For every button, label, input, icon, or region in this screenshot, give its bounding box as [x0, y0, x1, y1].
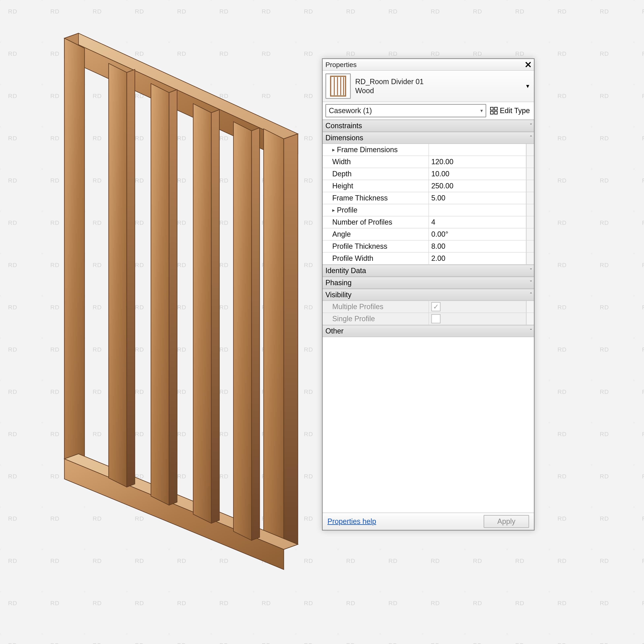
row-depth[interactable]: Depth 10.00 — [323, 168, 534, 180]
svg-rect-24 — [490, 111, 493, 114]
associate-button[interactable] — [526, 313, 534, 325]
param-value[interactable]: 0.00° — [429, 228, 526, 240]
row-profile[interactable]: Profile — [323, 204, 534, 216]
group-label: Identity Data — [325, 266, 366, 275]
param-value[interactable]: 8.00 — [429, 240, 526, 252]
checkbox-checked-icon: ✓ — [431, 302, 441, 311]
svg-rect-25 — [494, 111, 497, 114]
associate-button[interactable] — [526, 228, 534, 240]
category-filter-combo[interactable]: Casework (1) ▾ — [325, 104, 486, 117]
param-label: Multiple Profiles — [323, 301, 429, 313]
associate-button[interactable] — [526, 168, 534, 180]
group-phasing[interactable]: Phasing ˇ — [323, 277, 534, 289]
edit-type-label: Edit Type — [500, 106, 530, 115]
associate-button[interactable] — [526, 204, 534, 216]
svg-marker-16 — [252, 128, 260, 540]
group-dimensions[interactable]: Dimensions ˆ — [323, 132, 534, 144]
group-visibility[interactable]: Visibility ˆ — [323, 289, 534, 301]
family-thumbnail — [325, 73, 351, 99]
param-value[interactable]: 120.00 — [429, 156, 526, 168]
param-label: Profile Width — [323, 253, 429, 264]
svg-rect-22 — [490, 107, 493, 110]
type-selector-row[interactable]: RD_Room Divider 01 Wood ▼ — [323, 71, 534, 102]
group-label: Dimensions — [325, 134, 363, 142]
param-label: Width — [323, 156, 429, 168]
edit-type-button[interactable]: Edit Type — [489, 105, 531, 116]
properties-list: Constraints ˇ Dimensions ˆ Frame Dimensi… — [323, 120, 534, 513]
param-value — [429, 204, 526, 216]
group-identity-data[interactable]: Identity Data ˇ — [323, 265, 534, 277]
edit-type-icon — [490, 107, 498, 115]
param-label: Single Profile — [323, 313, 429, 325]
expand-collapse-icon: ˆ — [530, 292, 532, 298]
svg-marker-8 — [64, 454, 298, 549]
close-icon[interactable]: ✕ — [524, 60, 532, 69]
expand-collapse-icon: ˇ — [530, 328, 532, 334]
group-label: Constraints — [325, 122, 362, 130]
associate-button[interactable] — [526, 180, 534, 192]
expand-collapse-icon: ˇ — [530, 123, 532, 129]
associate-button[interactable] — [526, 301, 534, 313]
param-label: Angle — [323, 228, 429, 240]
param-label: Profile Thickness — [323, 240, 429, 252]
row-single-profile: Single Profile — [323, 313, 534, 325]
svg-marker-4 — [64, 38, 85, 469]
row-angle[interactable]: Angle 0.00° — [323, 228, 534, 240]
room-divider-model — [22, 10, 304, 584]
row-frame-dimensions[interactable]: Frame Dimensions — [323, 144, 534, 156]
properties-help-link[interactable]: Properties help — [327, 517, 376, 526]
param-value[interactable]: 250.00 — [429, 180, 526, 192]
associate-button[interactable] — [526, 156, 534, 168]
type-name: Wood — [355, 86, 521, 95]
expand-collapse-icon: ˆ — [530, 135, 532, 141]
model-viewport[interactable] — [22, 10, 304, 574]
param-value — [429, 313, 526, 325]
param-value[interactable]: 5.00 — [429, 192, 526, 204]
row-profile-width[interactable]: Profile Width 2.00 — [323, 253, 534, 265]
svg-marker-11 — [151, 84, 169, 505]
svg-marker-15 — [233, 122, 252, 540]
svg-marker-0 — [64, 33, 298, 139]
row-profile-thickness[interactable]: Profile Thickness 8.00 — [323, 240, 534, 253]
associate-button[interactable] — [526, 144, 534, 156]
group-constraints[interactable]: Constraints ˇ — [323, 120, 534, 132]
row-width[interactable]: Width 120.00 — [323, 156, 534, 168]
svg-marker-13 — [193, 104, 211, 523]
svg-marker-14 — [211, 110, 219, 523]
family-type-text: RD_Room Divider 01 Wood — [355, 77, 521, 95]
param-value[interactable]: 10.00 — [429, 168, 526, 180]
associate-button[interactable] — [526, 216, 534, 228]
svg-marker-10 — [127, 69, 135, 487]
param-label: Height — [323, 180, 429, 192]
svg-marker-5 — [264, 129, 284, 549]
expand-collapse-icon: ˇ — [530, 267, 532, 274]
group-label: Phasing — [325, 279, 352, 287]
chevron-down-icon[interactable]: ▼ — [525, 83, 530, 89]
param-value: ✓ — [429, 301, 526, 313]
param-value[interactable]: 2.00 — [429, 253, 526, 264]
apply-button[interactable]: Apply — [484, 515, 529, 528]
row-height[interactable]: Height 250.00 — [323, 180, 534, 192]
properties-title: Properties — [325, 61, 357, 69]
associate-button[interactable] — [526, 240, 534, 252]
chevron-down-icon: ▾ — [480, 108, 483, 114]
svg-marker-12 — [169, 90, 177, 505]
svg-marker-6 — [284, 134, 298, 549]
row-frame-thickness[interactable]: Frame Thickness 5.00 — [323, 192, 534, 204]
category-filter-text: Casework (1) — [329, 106, 372, 115]
param-value[interactable]: 4 — [429, 216, 526, 228]
row-multiple-profiles: Multiple Profiles ✓ — [323, 301, 534, 313]
row-num-profiles[interactable]: Number of Profiles 4 — [323, 216, 534, 228]
group-label: Other — [325, 327, 344, 335]
svg-marker-9 — [109, 63, 127, 487]
group-other[interactable]: Other ˇ — [323, 325, 534, 337]
associate-button[interactable] — [526, 253, 534, 264]
associate-button[interactable] — [526, 192, 534, 204]
group-label: Visibility — [325, 291, 351, 299]
param-label: Frame Dimensions — [323, 144, 429, 156]
properties-panel: Properties ✕ RD_Room Divider 01 Wood ▼ C… — [322, 58, 535, 530]
properties-empty-area — [323, 337, 534, 513]
param-label: Number of Profiles — [323, 216, 429, 228]
checkbox-unchecked-icon — [431, 314, 441, 323]
properties-titlebar[interactable]: Properties ✕ — [323, 59, 534, 71]
